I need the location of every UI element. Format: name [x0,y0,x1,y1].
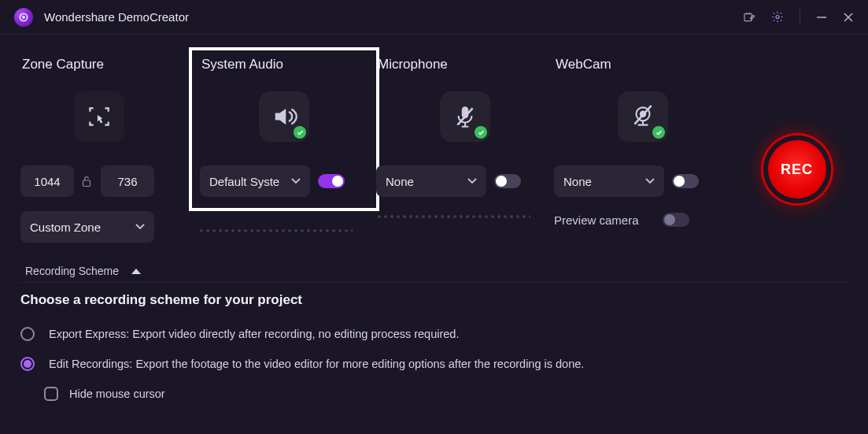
preview-camera-label: Preview camera [554,213,639,227]
scheme-export-express-label: Export Express: Export video directly af… [49,328,459,340]
zone-capture-label: Zone Capture [20,57,178,72]
chevron-down-icon [291,178,301,184]
microphone-column: Microphone None [376,57,554,243]
minimize-button[interactable] [816,12,827,23]
system-audio-level-meter [198,228,353,233]
zone-capture-tile[interactable] [74,91,124,142]
system-audio-toggle[interactable] [318,174,345,188]
webcam-label: WebCam [554,57,732,72]
microphone-toggle[interactable] [494,174,521,188]
system-audio-device-select[interactable]: Default Syste [200,165,310,197]
editor-icon[interactable] [743,11,755,24]
zone-mode-select[interactable]: Custom Zone [20,211,154,243]
webcam-tile[interactable] [618,91,668,142]
lock-icon[interactable] [82,176,93,187]
titlebar: Wondershare DemoCreator [0,0,868,35]
collapse-caret-icon[interactable] [131,269,141,274]
webcam-toggle[interactable] [672,174,699,188]
svg-point-3 [776,16,779,19]
microphone-device-select[interactable]: None [376,165,486,197]
microphone-label: Microphone [376,57,554,72]
recording-scheme-toggle-label: Recording Scheme [25,265,119,277]
scheme-edit-recordings-label: Edit Recordings: Export the footage to t… [49,358,584,370]
check-badge-icon [652,126,665,139]
zone-capture-column: Zone Capture Custom Zone [20,57,178,243]
chevron-down-icon [135,224,145,230]
check-badge-icon [294,126,306,139]
hide-mouse-cursor-checkbox[interactable] [44,387,58,401]
record-button-label: REC [781,161,813,178]
svg-rect-7 [83,180,90,187]
webcam-device-value: None [563,175,592,188]
zone-height-input[interactable] [101,165,154,197]
scheme-export-express-radio[interactable] [20,327,35,341]
recording-scheme-heading: Choose a recording scheme for your proje… [20,292,848,308]
svg-point-1 [22,16,25,19]
microphone-device-value: None [386,175,414,188]
microphone-level-meter [376,214,530,219]
webcam-column: WebCam None Preview camera [554,57,732,243]
record-button[interactable]: REC [763,135,831,203]
hide-mouse-cursor-label: Hide mouse cursor [69,388,165,400]
system-audio-label: System Audio [200,57,368,72]
app-title: Wondershare DemoCreator [44,10,189,24]
system-audio-column: System Audio Default Syste [198,57,376,243]
microphone-tile[interactable] [440,91,490,142]
webcam-device-select[interactable]: None [554,165,664,197]
chevron-down-icon [467,178,477,184]
app-logo-icon [14,8,33,27]
settings-gear-icon[interactable] [771,11,784,24]
scheme-edit-recordings-radio[interactable] [20,357,35,371]
close-button[interactable] [843,12,854,23]
system-audio-tile[interactable] [259,91,309,142]
titlebar-separator [800,9,800,25]
system-audio-device-value: Default Syste [209,175,279,188]
system-audio-highlight: System Audio Default Syste [189,47,379,211]
recording-scheme-section: Choose a recording scheme for your proje… [0,283,868,401]
preview-camera-toggle[interactable] [663,213,689,227]
chevron-down-icon [645,178,655,184]
zone-width-input[interactable] [20,165,74,197]
zone-mode-value: Custom Zone [30,221,101,234]
check-badge-icon [475,126,487,139]
